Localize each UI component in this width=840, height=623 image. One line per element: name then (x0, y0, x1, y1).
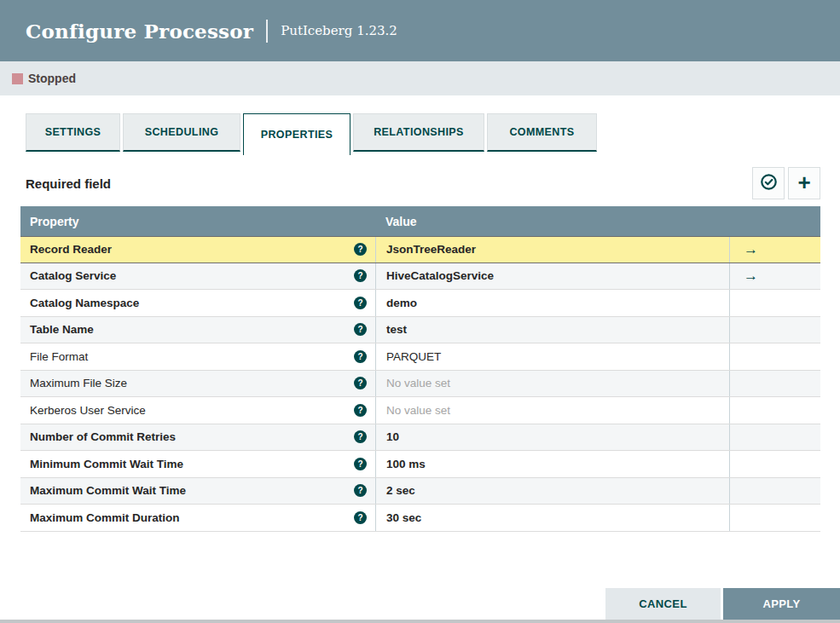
property-name: Maximum File Size (30, 377, 127, 389)
table-row[interactable]: Table Name ? test (20, 317, 820, 344)
dialog-bottom-edge (0, 620, 840, 623)
table-header: Property Value (20, 206, 820, 236)
property-value: 30 sec (386, 511, 421, 524)
add-property-button[interactable]: + (788, 167, 820, 199)
properties-panel-header: Required field + (26, 167, 820, 199)
property-name: Maximum Commit Wait Time (30, 484, 186, 497)
help-icon[interactable]: ? (354, 323, 367, 336)
plus-icon: + (797, 171, 810, 193)
property-value-cell[interactable]: test (375, 317, 729, 343)
tab-scheduling[interactable]: SCHEDULING (123, 113, 240, 152)
table-row[interactable]: Kerberos User Service ? No value set (20, 397, 820, 424)
help-icon[interactable]: ? (354, 430, 367, 443)
cancel-button[interactable]: CANCEL (605, 588, 721, 620)
table-row[interactable]: Maximum Commit Duration ? 30 sec (20, 505, 820, 532)
check-circle-icon (760, 173, 778, 194)
table-row[interactable]: Catalog Service ? HiveCatalogService → (20, 263, 820, 291)
property-value-cell[interactable]: JsonTreeReader (375, 237, 729, 262)
column-header-property: Property (20, 215, 375, 228)
table-row[interactable]: Maximum Commit Wait Time ? 2 sec (20, 478, 820, 505)
property-value-cell[interactable]: PARQUET (375, 343, 729, 370)
column-header-value: Value (375, 215, 729, 228)
help-icon[interactable]: ? (354, 511, 367, 524)
required-field-note: Required field (26, 176, 111, 191)
dialog-header: Configure Processor PutIceberg 1.23.2 (0, 0, 840, 61)
property-name: Minimum Commit Wait Time (30, 458, 183, 470)
property-value-cell[interactable]: HiveCatalogService (375, 263, 729, 290)
property-name: Catalog Service (30, 269, 116, 282)
property-name: Maximum Commit Duration (30, 511, 180, 524)
stopped-status-icon (12, 73, 23, 84)
property-value: demo (386, 297, 417, 309)
property-value-cell[interactable]: No value set (375, 371, 729, 397)
property-actions: + (752, 167, 820, 199)
property-value: PARQUET (386, 350, 441, 363)
property-name: File Format (30, 350, 88, 363)
title-separator (266, 20, 268, 43)
property-value: JsonTreeReader (386, 243, 476, 256)
help-icon[interactable]: ? (354, 458, 367, 470)
property-value: 100 ms (386, 458, 426, 470)
property-value: test (386, 323, 407, 336)
status-label: Stopped (28, 72, 76, 85)
property-value-cell[interactable]: 100 ms (375, 451, 729, 477)
help-icon[interactable]: ? (354, 350, 367, 363)
property-value-cell[interactable]: 30 sec (375, 505, 729, 531)
table-row[interactable]: File Format ? PARQUET (20, 343, 820, 371)
help-icon[interactable]: ? (354, 484, 367, 497)
dialog-footer: CANCEL APPLY (605, 588, 840, 620)
property-value: 2 sec (386, 484, 415, 497)
tab-comments[interactable]: COMMENTS (487, 113, 597, 152)
table-row[interactable]: Minimum Commit Wait Time ? 100 ms (20, 451, 820, 478)
go-to-service-icon[interactable]: → (744, 242, 758, 257)
tab-settings[interactable]: SETTINGS (26, 113, 120, 152)
help-icon[interactable]: ? (354, 297, 367, 309)
property-name: Number of Commit Retries (30, 430, 176, 443)
tab-properties[interactable]: PROPERTIES (243, 113, 350, 155)
table-row[interactable]: Number of Commit Retries ? 10 (20, 424, 820, 452)
help-icon[interactable]: ? (354, 243, 367, 256)
property-value: No value set (386, 404, 450, 417)
property-name: Record Reader (30, 243, 112, 256)
processor-name-version: PutIceberg 1.23.2 (281, 23, 397, 38)
table-row[interactable]: Maximum File Size ? No value set (20, 371, 820, 398)
help-icon[interactable]: ? (354, 377, 367, 389)
dialog-content: SETTINGS SCHEDULING PROPERTIES RELATIONS… (0, 95, 840, 532)
property-name: Catalog Namespace (30, 297, 139, 309)
property-name: Table Name (30, 323, 94, 336)
property-value: 10 (386, 430, 399, 443)
property-value: HiveCatalogService (386, 269, 494, 282)
property-value-cell[interactable]: demo (375, 290, 729, 316)
table-row[interactable]: Catalog Namespace ? demo (20, 290, 820, 317)
property-value-cell[interactable]: 10 (375, 424, 729, 451)
property-value-cell[interactable]: No value set (375, 397, 729, 424)
table-row[interactable]: Record Reader ? JsonTreeReader → (20, 236, 820, 263)
tab-bar: SETTINGS SCHEDULING PROPERTIES RELATIONS… (26, 113, 820, 155)
go-to-service-icon[interactable]: → (744, 268, 758, 283)
property-name: Kerberos User Service (30, 404, 146, 417)
help-icon[interactable]: ? (354, 269, 367, 282)
tab-relationships[interactable]: RELATIONSHIPS (353, 113, 484, 152)
dialog-title: Configure Processor (26, 20, 253, 43)
status-bar: Stopped (0, 61, 840, 95)
help-icon[interactable]: ? (354, 404, 367, 417)
property-value-cell[interactable]: 2 sec (375, 478, 729, 505)
verify-properties-button[interactable] (752, 167, 785, 199)
property-value: No value set (386, 377, 450, 389)
properties-table: Property Value Record Reader ? JsonTreeR… (20, 206, 820, 532)
apply-button[interactable]: APPLY (723, 588, 840, 620)
